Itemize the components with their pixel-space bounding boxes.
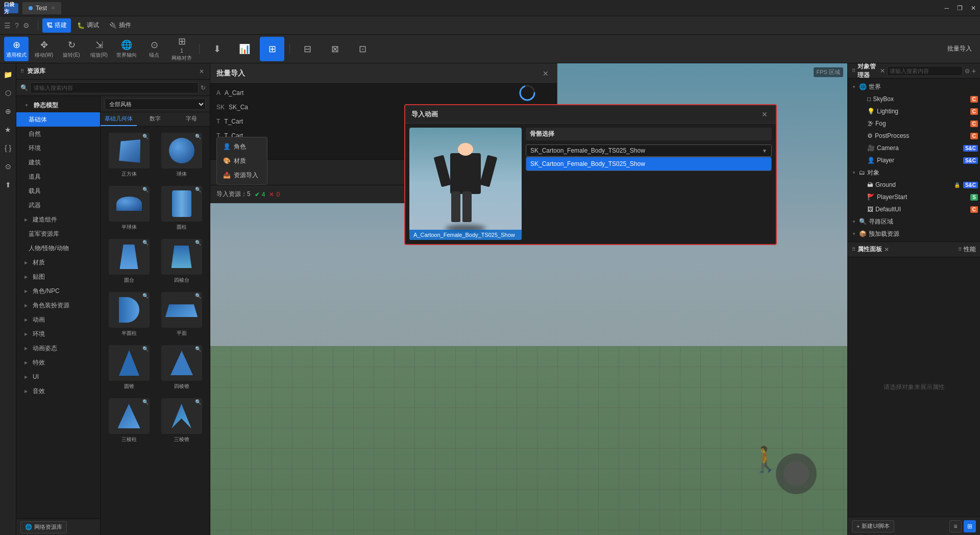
category-item-17[interactable]: ▶动画姿态	[16, 341, 100, 355]
category-item-19[interactable]: ▶UI	[16, 370, 100, 384]
category-item-7[interactable]: 武器	[16, 198, 100, 212]
asset-magnify-6[interactable]: 🔍	[142, 293, 149, 299]
category-item-13[interactable]: ▶角色/NPC	[16, 284, 100, 298]
help-icon[interactable]: ?	[15, 21, 19, 30]
sub-menu-character[interactable]: 👤 角色	[217, 139, 267, 154]
upload-icon-button[interactable]: ⬆	[1, 178, 15, 192]
tree-node-2[interactable]: 💡LightingC	[848, 105, 980, 117]
tree-node-7[interactable]: ▼🗂对象	[848, 166, 980, 179]
tree-node-12[interactable]: ▼📦预加载资源	[848, 228, 980, 240]
asset-item-8[interactable]: 🔍圆锥	[105, 343, 153, 392]
tree-node-11[interactable]: ▼🔍寻路区域	[848, 215, 980, 228]
assets-panel-close[interactable]: ✕	[198, 67, 206, 76]
category-item-8[interactable]: ▶建造组件	[16, 212, 100, 227]
skeleton-dropdown[interactable]: SK_Cartoon_Female_Body_TS025_Show ▼	[526, 144, 772, 157]
asset-item-7[interactable]: 🔍平面	[157, 290, 206, 339]
prefab-icon-button[interactable]: ⊕	[1, 104, 15, 118]
props-close[interactable]: ✕	[884, 246, 889, 253]
tree-node-6[interactable]: 👤PlayerS&C	[848, 154, 980, 166]
asset-magnify-7[interactable]: 🔍	[195, 293, 201, 299]
sub-tab-geometry[interactable]: 基础几何体	[101, 112, 137, 126]
sub-tab-letters[interactable]: 字母	[174, 112, 210, 126]
world-axis-button[interactable]: 🌐 世界轴向	[114, 37, 139, 61]
anchor-button[interactable]: ⊙ 锚点	[142, 37, 166, 61]
import-item-1[interactable]: A A_Cart	[210, 86, 557, 100]
category-item-16[interactable]: ▶环境	[16, 327, 100, 341]
category-item-6[interactable]: 载具	[16, 184, 100, 198]
asset-magnify-4[interactable]: 🔍	[142, 240, 149, 246]
asset-item-4[interactable]: 🔍圆台	[105, 237, 153, 286]
skeleton-dialog-close[interactable]: ✕	[760, 109, 770, 119]
asset-magnify-1[interactable]: 🔍	[195, 134, 201, 139]
tab-close[interactable]: ✕	[51, 5, 55, 11]
object-icon-button[interactable]: ⬡	[1, 86, 15, 100]
category-item-18[interactable]: ▶特效	[16, 355, 100, 370]
network-assets-button[interactable]: 🌐 网络资源库	[20, 521, 67, 533]
category-item-3[interactable]: 环境	[16, 141, 100, 155]
title-tab[interactable]: Test ✕	[22, 2, 61, 14]
asset-item-3[interactable]: 🔍圆柱	[157, 184, 206, 233]
category-item-12[interactable]: ▶贴图	[16, 270, 100, 284]
asset-item-2[interactable]: 🔍半球体	[105, 184, 153, 233]
asset-magnify-3[interactable]: 🔍	[195, 187, 201, 192]
minimize-button[interactable]: ─	[944, 5, 949, 12]
skeleton-option-1[interactable]: SK_Cartoon_Female_Body_TS025_Show	[526, 157, 771, 171]
script-icon-button[interactable]: { }	[1, 141, 15, 155]
import-preset-button[interactable]: ⬇	[205, 37, 229, 61]
category-item-15[interactable]: ▶动画	[16, 312, 100, 327]
category-item-11[interactable]: ▶材质	[16, 255, 100, 270]
asset-magnify-11[interactable]: 🔍	[195, 399, 201, 405]
snap-button[interactable]: ⊟	[295, 37, 320, 61]
category-item-14[interactable]: ▶角色装扮资源	[16, 298, 100, 312]
obj-filter-icon[interactable]: ⊝	[965, 67, 970, 75]
scale-button[interactable]: ⇲ 缩放(R)	[87, 37, 111, 61]
lock-button[interactable]: ⊡	[350, 37, 375, 61]
category-item-10[interactable]: 人物/怪物/动物	[16, 241, 100, 255]
build-button[interactable]: 🏗 搭建	[42, 18, 71, 33]
list-view-button[interactable]: ≡	[949, 520, 962, 532]
asset-item-6[interactable]: 🔍半圆柱	[105, 290, 153, 339]
move-button[interactable]: ✥ 移动(W)	[32, 37, 56, 61]
favorite-icon-button[interactable]: ★	[1, 123, 15, 137]
sub-menu-asset-import[interactable]: 📥 资源导入	[217, 168, 267, 182]
obj-search-input[interactable]	[887, 66, 963, 76]
rotate-button[interactable]: ↻ 旋转(E)	[59, 37, 84, 61]
filter-select[interactable]: 全部风格	[105, 99, 206, 110]
tree-node-3[interactable]: 🌫FogC	[848, 117, 980, 130]
batch-import-close[interactable]: ✕	[541, 68, 551, 79]
asset-magnify-8[interactable]: 🔍	[142, 346, 149, 352]
close-button[interactable]: ✕	[971, 5, 976, 12]
category-item-0[interactable]: ▼静态模型	[16, 98, 100, 112]
category-item-9[interactable]: 蓝军资源库	[16, 227, 100, 241]
plugin-button[interactable]: 🔌 插件	[105, 18, 135, 33]
general-mode-button[interactable]: ⊕ 通用模式	[4, 37, 29, 61]
category-item-5[interactable]: 道具	[16, 169, 100, 184]
category-item-20[interactable]: ▶音效	[16, 384, 100, 398]
tree-node-0[interactable]: ▼🌐世界	[848, 81, 980, 93]
sub-menu-material[interactable]: 🎨 材质	[217, 154, 267, 168]
tree-node-5[interactable]: 🎥CameraS&C	[848, 142, 980, 154]
new-ui-button[interactable]: + 新建UI脚本	[852, 520, 894, 532]
search-refresh-icon[interactable]: ↻	[201, 84, 206, 91]
category-item-4[interactable]: 建筑	[16, 155, 100, 169]
tree-node-10[interactable]: 🖼DefaultUIC	[848, 203, 980, 215]
batch-import-button[interactable]: 批量导入	[943, 42, 976, 56]
history-icon-button[interactable]: ⊙	[1, 159, 15, 174]
asset-item-10[interactable]: 🔍三棱柱	[105, 396, 153, 445]
asset-item-1[interactable]: 🔍球体	[157, 131, 206, 180]
assets-search-input[interactable]	[30, 82, 199, 93]
tree-node-1[interactable]: □SkyBoxC	[848, 93, 980, 105]
obj-manager-close[interactable]: ✕	[880, 67, 885, 75]
asset-item-11[interactable]: 🔍三棱锥	[157, 396, 206, 445]
view-button[interactable]: ⊞	[260, 37, 284, 61]
category-item-2[interactable]: 自然	[16, 127, 100, 141]
viewport[interactable]: FPS 区域 🚶 批量导入 ✕ A A_Cart	[210, 63, 847, 535]
asset-magnify-10[interactable]: 🔍	[142, 399, 149, 405]
chart-button[interactable]: 📊	[232, 37, 257, 61]
asset-magnify-9[interactable]: 🔍	[195, 346, 201, 352]
grid-view-button[interactable]: ⊞	[964, 520, 976, 532]
asset-magnify-2[interactable]: 🔍	[142, 187, 149, 192]
tree-node-9[interactable]: 🚩PlayerStartS	[848, 191, 980, 203]
asset-item-9[interactable]: 🔍四棱锥	[157, 343, 206, 392]
asset-item-0[interactable]: 🔍正方体	[105, 131, 153, 180]
